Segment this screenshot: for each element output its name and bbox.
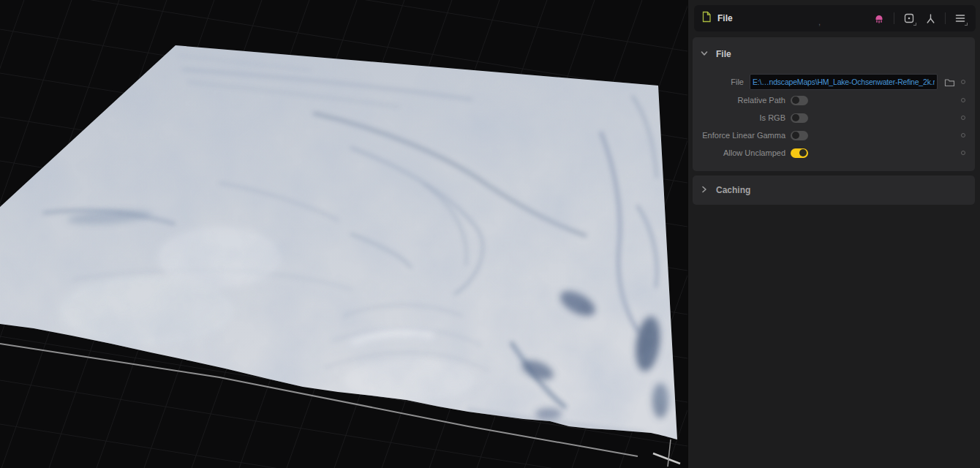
section-file: File File Relative Path	[693, 37, 975, 171]
viewport-canvas	[0, 0, 687, 468]
properties-panel: File ,	[687, 0, 980, 468]
allow-unclamped-row: Allow Unclamped	[693, 144, 975, 162]
bar-splitter-mark: ,	[818, 18, 821, 26]
dropdown-tick	[913, 23, 916, 26]
menu-icon[interactable]	[952, 10, 968, 26]
toggle-knob	[792, 97, 799, 104]
toggle-label: Relative Path	[700, 96, 785, 105]
section-caching-header[interactable]: Caching	[693, 181, 975, 200]
enforce-linear-gamma-toggle[interactable]	[791, 131, 808, 140]
relative-path-toggle[interactable]	[791, 96, 808, 105]
node-title: File	[717, 13, 733, 23]
expose-pin[interactable]	[961, 133, 965, 137]
toggle-label: Enforce Linear Gamma	[700, 131, 785, 140]
app-window: File ,	[0, 0, 980, 468]
toolbar-separator	[945, 12, 946, 24]
section-caching: Caching	[693, 176, 975, 205]
is-rgb-row: Is RGB	[693, 109, 975, 127]
file-path-input[interactable]	[750, 74, 938, 90]
3d-viewport[interactable]	[0, 0, 687, 468]
file-document-icon	[701, 11, 712, 26]
allow-unclamped-toggle[interactable]	[791, 148, 808, 158]
section-file-header[interactable]: File	[693, 45, 975, 64]
expose-pin[interactable]	[961, 80, 965, 84]
is-rgb-toggle[interactable]	[791, 113, 808, 123]
expose-pin[interactable]	[961, 98, 965, 102]
section-title: File	[716, 49, 731, 59]
chevron-down-icon	[700, 48, 709, 61]
expose-pin[interactable]	[961, 116, 965, 120]
file-path-row: File	[693, 72, 975, 91]
enforce-linear-gamma-row: Enforce Linear Gamma	[693, 127, 975, 144]
toggle-knob	[792, 132, 799, 139]
relative-path-row: Relative Path	[693, 91, 975, 109]
chevron-right-icon	[700, 184, 709, 197]
folder-icon[interactable]	[943, 76, 955, 88]
file-path-label: File	[700, 78, 744, 86]
toggle-label: Is RGB	[700, 113, 785, 122]
node-graph-icon[interactable]	[922, 10, 938, 26]
expose-pin[interactable]	[961, 151, 965, 155]
section-title: Caching	[716, 185, 750, 195]
frame-icon[interactable]	[901, 10, 917, 26]
toolbar-separator	[894, 12, 894, 24]
plug-icon[interactable]	[871, 10, 887, 26]
toggle-knob	[799, 149, 807, 156]
node-properties-topbar: File ,	[694, 5, 976, 31]
toggle-knob	[792, 114, 799, 121]
toggle-label: Allow Unclamped	[700, 148, 785, 157]
dropdown-tick	[965, 23, 968, 26]
